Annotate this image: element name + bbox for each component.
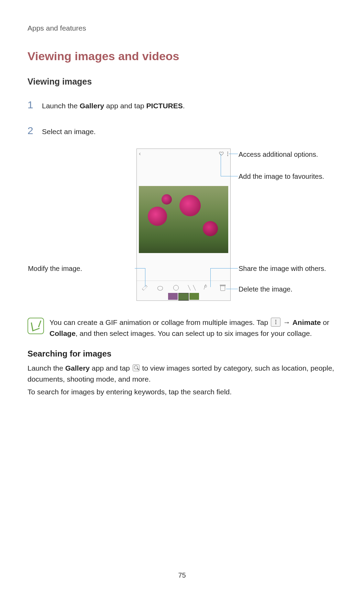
page: Apps and features Viewing images and vid… — [0, 0, 364, 591]
text: , and then select images. You can select… — [76, 329, 312, 337]
text: → — [281, 318, 293, 326]
tag-icon — [173, 285, 179, 291]
callout-favourite: Add the image to favourites. — [239, 173, 324, 180]
phone-thumbnails — [168, 293, 199, 300]
callout-options: Access additional options. — [239, 151, 318, 158]
paragraph: To search for images by entering keyword… — [27, 386, 340, 397]
text: or — [321, 318, 330, 326]
back-icon: ‹ — [139, 150, 141, 157]
delete-icon — [220, 285, 225, 291]
favourite-icon — [219, 151, 224, 157]
callout-share: Share the image with others. — [239, 265, 326, 273]
step-text: Launch the Gallery app and tap PICTURES. — [42, 100, 185, 111]
text: . — [183, 102, 185, 110]
bold: Animate — [293, 318, 321, 326]
annotated-screenshot: ‹ — [27, 149, 340, 310]
more-options-icon — [227, 152, 228, 156]
share-icon — [205, 285, 210, 291]
step-number: 2 — [27, 123, 42, 138]
more-options-icon — [271, 318, 280, 327]
step-2: 2 Select an image. — [27, 123, 340, 138]
note-icon — [27, 318, 44, 334]
phone-topbar: ‹ — [137, 149, 230, 158]
crop-icon — [189, 285, 195, 291]
tip-note: You can create a GIF animation or collag… — [27, 317, 340, 339]
section-heading-viewing-images: Viewing images — [27, 77, 340, 87]
tip-text: You can create a GIF animation or collag… — [49, 317, 340, 339]
text: Launch the — [27, 364, 65, 372]
bold: Gallery — [65, 364, 90, 372]
text: You can create a GIF animation or collag… — [49, 318, 270, 326]
bold: Collage — [49, 329, 76, 337]
text: app and tap — [104, 102, 146, 110]
callout-delete: Delete the image. — [239, 285, 293, 293]
cloud-icon — [157, 285, 163, 291]
search-icon — [133, 364, 140, 371]
edit-icon — [142, 285, 147, 291]
callout-modify: Modify the image. — [28, 265, 82, 273]
page-number: 75 — [0, 571, 364, 579]
step-number: 1 — [27, 97, 42, 112]
page-title: Viewing images and videos — [27, 50, 340, 63]
text: Launch the — [42, 102, 80, 110]
bold: Gallery — [80, 102, 104, 110]
step-text: Select an image. — [42, 126, 96, 137]
phone-toolbar — [137, 281, 230, 295]
text: app and tap — [90, 364, 132, 372]
bold: PICTURES — [146, 102, 183, 110]
step-1: 1 Launch the Gallery app and tap PICTURE… — [27, 97, 340, 112]
paragraph: Launch the Gallery app and tap to view i… — [27, 363, 340, 384]
phone-body — [137, 158, 230, 281]
steps-list: 1 Launch the Gallery app and tap PICTURE… — [27, 97, 340, 138]
phone-mock: ‹ — [136, 149, 231, 301]
header-breadcrumb: Apps and features — [27, 24, 340, 32]
section-heading-searching: Searching for images — [27, 349, 340, 359]
sample-photo — [139, 186, 228, 253]
